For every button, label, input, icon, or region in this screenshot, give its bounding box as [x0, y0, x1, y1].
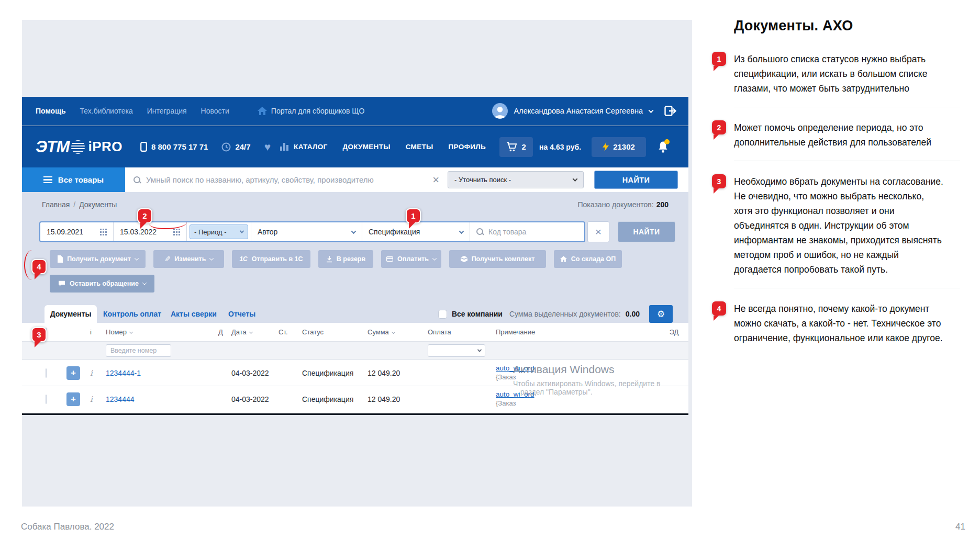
- doc-type-select[interactable]: Спецификация: [362, 222, 470, 241]
- tab-reconciliation[interactable]: Акты сверки: [171, 305, 217, 323]
- nav-profile[interactable]: ПРОФИЛЬ: [449, 143, 486, 151]
- chevron-down-icon: [209, 256, 214, 260]
- nav-documents[interactable]: ДОКУМЕНТЫ: [342, 143, 390, 151]
- product-code-field[interactable]: Код товара: [470, 222, 584, 241]
- pay-button[interactable]: Оплатить: [381, 250, 441, 268]
- row-checkbox[interactable]: [46, 395, 47, 404]
- info-icon[interactable]: i: [90, 395, 93, 404]
- note-link[interactable]: auto_wi_ord: [496, 390, 660, 399]
- cart-sum: на 4.63 руб.: [539, 143, 581, 151]
- all-goods-button[interactable]: Все товары: [22, 167, 125, 192]
- nav-news[interactable]: Новости: [201, 107, 229, 115]
- annotation-text-4: Не всегда понятно, почему какой-то докум…: [734, 301, 943, 345]
- author-value: Автор: [258, 228, 277, 236]
- get-document-label: Получить документ: [67, 255, 131, 263]
- gear-icon: ⚙: [657, 309, 665, 320]
- col-sum[interactable]: Сумма: [368, 328, 428, 336]
- reserve-button[interactable]: В резерв: [318, 250, 373, 268]
- leave-request-button[interactable]: Оставить обращение: [50, 275, 154, 293]
- edit-button[interactable]: ✎ Изменить: [153, 250, 224, 268]
- reserve-label: В резерв: [337, 255, 365, 263]
- refine-search-select[interactable]: - Уточнить поиск -: [448, 171, 584, 188]
- from-warehouse-button[interactable]: Со склада ОП: [554, 250, 622, 268]
- search-find-button[interactable]: НАЙТИ: [594, 171, 678, 189]
- document-number-link[interactable]: 1234444-1: [106, 369, 141, 377]
- doc-type-value: Спецификация: [369, 228, 420, 236]
- nav-integration[interactable]: Интеграция: [147, 107, 187, 115]
- chevron-down-icon: [240, 229, 244, 233]
- calendar-icon[interactable]: [173, 229, 180, 235]
- etm-logo[interactable]: ЭТМ: [36, 138, 69, 156]
- col-st[interactable]: Ст.: [279, 328, 302, 336]
- documents-table: i Номер Д Дата Ст. Статус Сумма Оплата П…: [22, 323, 688, 413]
- breadcrumb-home[interactable]: Главная: [42, 200, 70, 209]
- tab-reports[interactable]: Отчеты: [228, 305, 255, 323]
- col-d[interactable]: Д: [218, 328, 231, 336]
- get-kit-button[interactable]: Получить комплект: [449, 250, 546, 268]
- expand-row-button[interactable]: +: [66, 392, 80, 406]
- nav-help[interactable]: Помощь: [36, 107, 66, 115]
- send-to-1c-button[interactable]: 1С Отправить в 1С: [232, 250, 310, 268]
- expand-row-button[interactable]: +: [66, 366, 80, 380]
- col-number[interactable]: Номер: [106, 328, 218, 336]
- ipro-logo[interactable]: iPRO: [88, 139, 122, 155]
- author-select[interactable]: Автор: [251, 222, 362, 241]
- logout-button[interactable]: [664, 106, 677, 116]
- table-filter-row: [22, 342, 688, 359]
- tab-payment-control[interactable]: Контроль оплат: [103, 305, 161, 323]
- cart-button[interactable]: 2: [499, 137, 533, 157]
- table-row[interactable]: + i 1234444-1 04-03-2022 Спецификация 12…: [22, 359, 688, 386]
- sort-icon: [249, 330, 253, 334]
- favorites-icon[interactable]: ♥: [264, 141, 271, 153]
- filter-find-button[interactable]: НАЙТИ: [618, 221, 675, 242]
- avatar[interactable]: [492, 103, 508, 119]
- table-settings-button[interactable]: ⚙: [649, 305, 673, 323]
- compare-icon[interactable]: [280, 143, 288, 151]
- col-payment[interactable]: Оплата: [428, 328, 496, 336]
- period-select[interactable]: - Период -: [190, 224, 248, 239]
- shown-count-value: 200: [656, 200, 669, 209]
- document-number-link[interactable]: 1234444: [106, 395, 135, 403]
- nav-portal[interactable]: Портал для сборщиков ЩО: [258, 107, 365, 115]
- clear-search-icon[interactable]: ×: [432, 174, 439, 186]
- row-checkbox[interactable]: [46, 368, 47, 378]
- note-link[interactable]: auto_wi_ord: [496, 364, 660, 373]
- payment-filter-select[interactable]: [428, 344, 485, 357]
- screenshot-panel: Помощь Тех.библиотека Интеграция Новости…: [22, 20, 692, 507]
- info-icon[interactable]: i: [90, 368, 93, 378]
- document-date: 04-03-2022: [231, 369, 279, 377]
- nav-catalog[interactable]: КАТАЛОГ: [294, 143, 327, 151]
- col-ed[interactable]: ЭД: [660, 328, 688, 336]
- breadcrumb: Главная/Документы: [42, 200, 117, 209]
- col-note[interactable]: Примечание: [496, 328, 660, 336]
- chevron-down-icon: [477, 347, 482, 352]
- number-filter-input[interactable]: [106, 344, 171, 357]
- divider: [734, 161, 960, 161]
- date-from-field[interactable]: 15.09.2021: [40, 222, 114, 241]
- nav-tech-library[interactable]: Тех.библиотека: [80, 107, 133, 115]
- all-companies-checkbox[interactable]: [438, 310, 447, 319]
- search-input[interactable]: [146, 175, 427, 184]
- table-row[interactable]: + i 1234444 04-03-2022 Спецификация 12 0…: [22, 386, 688, 412]
- phone-number[interactable]: 8 800 775 17 71: [151, 142, 208, 151]
- chevron-down-icon: [573, 176, 578, 182]
- points-button[interactable]: 21302: [592, 137, 646, 157]
- nav-estimates[interactable]: СМЕТЫ: [406, 143, 433, 151]
- points-value: 21302: [613, 142, 635, 151]
- col-status[interactable]: Статус: [302, 328, 368, 336]
- col-info[interactable]: i: [90, 328, 106, 336]
- tab-documents[interactable]: Документы: [44, 305, 97, 323]
- get-document-button[interactable]: Получить документ: [50, 250, 146, 268]
- chevron-down-icon: [432, 256, 437, 260]
- filter-clear-button[interactable]: ×: [587, 221, 609, 242]
- annotation-item: 1 Из большого списка статусов нужно выбр…: [712, 52, 966, 96]
- phone-icon: [140, 142, 147, 152]
- pay-label: Оплатить: [397, 255, 429, 263]
- chevron-down-icon[interactable]: [649, 108, 654, 113]
- slide: Помощь Тех.библиотека Интеграция Новости…: [0, 0, 980, 551]
- calendar-icon[interactable]: [100, 229, 107, 235]
- user-name[interactable]: Александрова Анастасия Сергеевна: [514, 107, 643, 115]
- annotation-badge-1: 1: [712, 52, 726, 66]
- col-date[interactable]: Дата: [231, 328, 279, 336]
- notifications-button[interactable]: [658, 141, 669, 153]
